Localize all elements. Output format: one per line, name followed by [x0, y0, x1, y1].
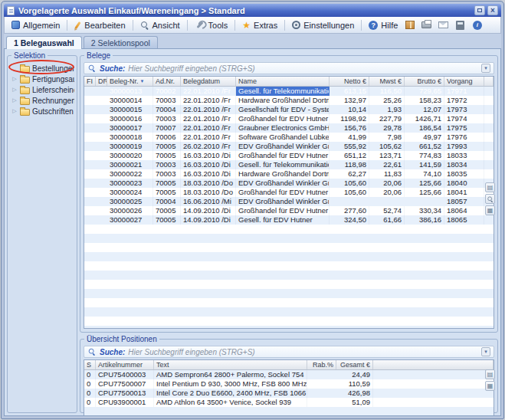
- positionen-search-input[interactable]: Suche: Hier Suchbegriff eingeben (STRG+S…: [84, 346, 494, 358]
- window-close-button[interactable]: ×: [487, 5, 498, 15]
- column-header[interactable]: S: [84, 360, 96, 369]
- cell: Großhandel für EDV Hutner: [236, 206, 330, 215]
- cell: Hardware Großhandel Dortmund: [236, 169, 330, 179]
- column-header[interactable]: Netto €: [330, 77, 369, 86]
- search-options-icon[interactable]: ▾: [481, 347, 490, 356]
- side-search-icon[interactable]: [485, 194, 495, 204]
- belege-row[interactable]: 300000157000422.01.2010 /FrGesellschaft …: [84, 105, 494, 114]
- sidebar-item-fertigungsauftraege[interactable]: ▷ Fertigungsaufträge: [10, 74, 74, 84]
- belege-row[interactable]: 300000207000516.03.2010 /DiGroßhandel fü…: [84, 151, 494, 160]
- search-icon: [88, 64, 96, 71]
- cell: 20,06: [369, 179, 405, 188]
- tab-belegauswahl[interactable]: 1 Belegauswahl: [6, 36, 82, 49]
- printer-icon: [421, 21, 431, 28]
- menu-einstellungen[interactable]: Einstellungen: [287, 19, 359, 31]
- position-row[interactable]: 0CPU93900001AMD Athlon 64 3500+ Venice, …: [84, 398, 494, 407]
- belege-row[interactable]: 300000227000316.03.2010 /DiHardware Groß…: [84, 169, 494, 179]
- side-columns-icon[interactable]: ▦: [485, 381, 495, 391]
- cell: 17972: [444, 96, 484, 105]
- column-header[interactable]: Belegdatum: [181, 77, 236, 86]
- belege-row[interactable]: 300000197000526.02.2010 /FrEDV Großhande…: [84, 142, 494, 151]
- cell: 30000013: [107, 87, 153, 96]
- menu-hilfe[interactable]: ? Hilfe: [364, 19, 402, 31]
- menu-extras[interactable]: ★ Extras: [238, 19, 282, 31]
- column-header[interactable]: Brutto €: [405, 77, 444, 86]
- search-options-icon[interactable]: ▾: [481, 64, 490, 73]
- menu-tools[interactable]: Tools: [190, 19, 233, 31]
- mail-button[interactable]: [437, 18, 450, 31]
- folder-icon: [20, 66, 30, 73]
- window-restore-button[interactable]: [474, 5, 485, 15]
- cell: 17974: [444, 114, 484, 123]
- tab-selektionspool[interactable]: 2 Selektionspool: [84, 36, 158, 49]
- menu-allgemein[interactable]: Allgemein: [7, 19, 64, 31]
- empty-row: [84, 307, 494, 317]
- column-header[interactable]: DR: [96, 77, 107, 86]
- side-list-icon[interactable]: ▤: [485, 369, 495, 379]
- cell: 277,60: [330, 206, 369, 215]
- belege-row[interactable]: 300000137000222.01.2010 /FrGesell. für T…: [84, 87, 494, 96]
- cell: 20,06: [369, 188, 405, 197]
- calculator-button[interactable]: [454, 18, 467, 31]
- info-icon: i: [473, 21, 482, 30]
- belege-row[interactable]: 300000167000322.01.2010 /FrGroßhandel fü…: [84, 114, 494, 123]
- position-row[interactable]: 0CPU75400003AMD Sempron64 2800+ Palermo,…: [84, 370, 494, 379]
- calculator-icon: [456, 21, 464, 30]
- sidebar-item-bestellungen[interactable]: Bestellungen: [10, 63, 74, 74]
- gear-icon: [292, 21, 300, 29]
- sidebar-item-lieferscheine[interactable]: ▷ Lieferscheine: [10, 84, 74, 95]
- belege-row[interactable]: 300000187000622.01.2010 /FrSoftware Groß…: [84, 133, 494, 142]
- cell: 156,76: [330, 123, 369, 133]
- folder-icon: [20, 77, 30, 84]
- restore-icon: [477, 8, 482, 12]
- cell: Gesell. für Telekommunikation: [236, 87, 330, 96]
- column-header[interactable]: Name: [236, 77, 330, 86]
- column-header[interactable]: Rab.%: [307, 360, 336, 369]
- side-columns-icon[interactable]: ▦: [485, 205, 495, 215]
- column-header[interactable]: Artikelnummer: [96, 360, 154, 369]
- belege-row[interactable]: 300000247000518.03.2010 /DoGroßhandel fü…: [84, 188, 494, 197]
- cell: 70004: [153, 197, 181, 206]
- belege-row[interactable]: 300000147000322.01.2010 /FrHardware Groß…: [84, 96, 494, 105]
- cell: 74,10: [405, 169, 444, 179]
- menubar-separator: [133, 20, 133, 31]
- print-button[interactable]: [420, 18, 433, 31]
- expand-icon[interactable]: ▷: [11, 87, 18, 93]
- expand-icon[interactable]: ▷: [11, 97, 18, 103]
- belege-panel: Belege Suche: Hier Suchbegriff eingeben …: [80, 51, 498, 333]
- position-row[interactable]: 0CPU77500007Intel Pentium D 930, 3000 MH…: [84, 379, 494, 389]
- cell: 16.03.2010 /Di: [181, 160, 236, 169]
- package-button[interactable]: [403, 18, 416, 31]
- app-icon: [11, 21, 20, 29]
- menu-ansicht[interactable]: Ansicht: [136, 19, 185, 31]
- belege-row[interactable]: 300000217000316.03.2010 /DiGesell. für T…: [84, 160, 494, 169]
- belege-row[interactable]: 300000177000722.01.2010 /FrGraubner Elec…: [84, 123, 494, 133]
- column-header[interactable]: FI: [84, 77, 96, 86]
- belege-row[interactable]: 300000257000416.06.2010 /MiEDV Großhande…: [84, 197, 494, 206]
- expand-icon[interactable]: ▷: [11, 76, 18, 82]
- column-header[interactable]: Gesamt €: [336, 360, 373, 369]
- side-list-icon[interactable]: ▤: [485, 182, 495, 192]
- column-header[interactable]: Vorgang: [444, 77, 484, 86]
- expand-icon[interactable]: ▷: [11, 108, 18, 114]
- cell: 651,12: [330, 151, 369, 160]
- cell: 105,60: [330, 179, 369, 188]
- position-row[interactable]: 0CPU77500013Intel Core 2 Duo E6600, 2400…: [84, 389, 494, 398]
- belege-row[interactable]: 300000277000514.09.2010 /DiGesell. für E…: [84, 215, 494, 225]
- sidebar-item-gutschriften[interactable]: ▷ Gutschriften: [10, 106, 74, 116]
- belege-search-input[interactable]: Suche: Hier Suchbegriff eingeben (STRG+S…: [84, 62, 494, 74]
- empty-row: [84, 261, 494, 271]
- belege-row[interactable]: 300000237000518.03.2010 /DoEDV Großhande…: [84, 179, 494, 188]
- info-button[interactable]: i: [471, 18, 484, 31]
- column-header[interactable]: Beleg-Nr.▼: [107, 77, 153, 86]
- sidebar-item-rechnungen[interactable]: ▷ Rechnungen: [10, 95, 74, 106]
- menu-bearbeiten[interactable]: Bearbeiten: [70, 19, 130, 31]
- cell: 17973: [444, 105, 484, 114]
- column-header[interactable]: Mwst €: [369, 77, 405, 86]
- belege-row[interactable]: 300000267000514.09.2010 /DiGroßhandel fü…: [84, 206, 494, 215]
- column-header[interactable]: Ad.Nr.: [153, 77, 181, 86]
- cell: 70003: [153, 160, 181, 169]
- column-header[interactable]: Text: [154, 360, 307, 369]
- tree-item-label: Fertigungsaufträge: [32, 75, 74, 84]
- empty-row: [84, 407, 494, 416]
